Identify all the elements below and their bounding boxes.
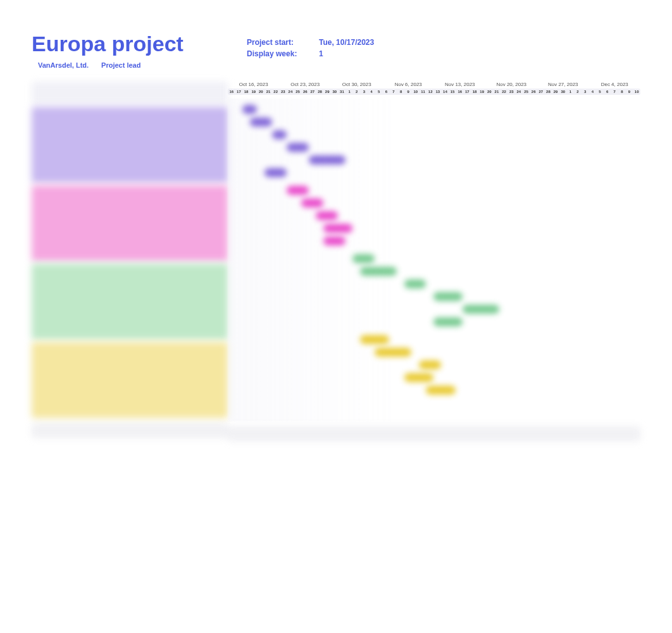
gantt-bar[interactable] (301, 199, 323, 207)
week-header-cell: Nov 6, 2023 (383, 82, 435, 87)
gantt-bar[interactable] (404, 280, 426, 288)
project-start-value: Tue, 10/17/2023 (319, 38, 374, 47)
gantt-bar[interactable] (323, 237, 345, 245)
day-header-cell: 29 (552, 90, 559, 94)
day-header-cell: 15 (449, 90, 456, 94)
day-header-cell: 18 (242, 90, 250, 94)
day-header-cell: 6 (383, 90, 390, 94)
project-start-label: Project start: (247, 38, 304, 47)
day-header-cell: 16 (456, 90, 464, 94)
day-header-cell: 24 (515, 90, 523, 94)
day-header-cell: 10 (633, 90, 640, 94)
day-header-cell: 8 (618, 90, 626, 94)
gantt-bar[interactable] (272, 130, 287, 139)
day-header-cell: 27 (537, 90, 545, 94)
gantt-chart: Oct 16, 2023Oct 23, 2023Oct 30, 2023Nov … (32, 82, 640, 441)
day-header-cell: 4 (368, 90, 375, 94)
day-header-cell: 27 (309, 90, 316, 94)
gantt-bar[interactable] (426, 386, 455, 395)
day-header-cell: 20 (486, 90, 494, 94)
gantt-bar[interactable] (287, 143, 309, 152)
gantt-bar[interactable] (433, 292, 463, 301)
day-header-cell: 30 (331, 90, 339, 94)
day-header-cell: 9 (626, 90, 633, 94)
gantt-bar[interactable] (242, 105, 257, 114)
display-week-label: Display week: (247, 49, 304, 58)
week-header-cell: Nov 27, 2023 (537, 82, 589, 87)
meta-block: Project start: Tue, 10/17/2023 Display w… (247, 32, 640, 61)
title-block: Europa project VanArsdel, Ltd. Project l… (32, 32, 221, 69)
phase-block-2 (32, 185, 228, 261)
day-header-cell: 22 (272, 90, 280, 94)
timeline-footer (228, 426, 640, 441)
header: Europa project VanArsdel, Ltd. Project l… (32, 32, 640, 69)
timeline-panel: Oct 16, 2023Oct 23, 2023Oct 30, 2023Nov … (228, 82, 640, 441)
day-header-cell: 17 (464, 90, 471, 94)
display-week-value[interactable]: 1 (319, 49, 323, 58)
day-header-cell: 22 (501, 90, 508, 94)
gantt-bar[interactable] (309, 156, 345, 164)
task-list-footer (32, 423, 228, 438)
gantt-bar[interactable] (375, 348, 411, 357)
day-header-cell: 7 (390, 90, 397, 94)
day-header-cell: 16 (228, 90, 235, 94)
phase-block-1 (32, 107, 228, 183)
day-header-cell: 13 (434, 90, 442, 94)
gantt-bar[interactable] (250, 118, 272, 126)
day-header-cell: 30 (559, 90, 567, 94)
day-header-cell: 4 (589, 90, 597, 94)
project-title: Europa project (32, 32, 221, 56)
day-header-cell: 26 (301, 90, 309, 94)
week-header-cell: Nov 13, 2023 (434, 82, 486, 87)
day-header-cell: 25 (523, 90, 530, 94)
gantt-bar[interactable] (360, 267, 397, 276)
gantt-bar[interactable] (360, 335, 389, 344)
day-header-cell: 6 (604, 90, 611, 94)
day-header-cell: 5 (596, 90, 604, 94)
task-list-panel (32, 82, 228, 441)
day-header-cell: 2 (353, 90, 361, 94)
gantt-bar[interactable] (287, 186, 309, 195)
week-header-cell: Oct 30, 2023 (331, 82, 383, 87)
gantt-bar[interactable] (316, 211, 338, 220)
day-header-cell: 26 (530, 90, 537, 94)
day-header-cell: 19 (250, 90, 258, 94)
gantt-bar[interactable] (264, 168, 287, 177)
day-header-cell: 1 (567, 90, 575, 94)
day-header-cell: 24 (287, 90, 294, 94)
day-header-cell: 28 (545, 90, 552, 94)
gantt-bar[interactable] (352, 254, 375, 263)
week-header-cell: Dec 4, 2023 (589, 82, 641, 87)
day-header-cell: 1 (345, 90, 353, 94)
meta-row-week: Display week: 1 (247, 49, 640, 58)
day-header-cell: 12 (426, 90, 434, 94)
day-header-cell: 20 (258, 90, 265, 94)
gantt-bar[interactable] (419, 360, 441, 369)
day-header-cell: 3 (582, 90, 589, 94)
task-list-header (32, 82, 228, 104)
day-header-row: 1617181920212223242526272829303112345678… (228, 89, 640, 95)
day-header-cell: 21 (493, 90, 501, 94)
day-header-cell: 8 (397, 90, 405, 94)
day-header-cell: 31 (339, 90, 346, 94)
day-header-cell: 9 (404, 90, 412, 94)
day-header-cell: 10 (412, 90, 420, 94)
day-header-cell: 7 (611, 90, 618, 94)
day-header-cell: 28 (316, 90, 324, 94)
day-header-cell: 14 (442, 90, 449, 94)
gantt-bar[interactable] (463, 305, 499, 314)
day-header-cell: 23 (507, 90, 515, 94)
day-header-cell: 5 (375, 90, 383, 94)
meta-row-start: Project start: Tue, 10/17/2023 (247, 38, 640, 47)
gantt-bar[interactable] (433, 317, 463, 326)
gantt-bar[interactable] (404, 373, 433, 382)
gantt-bar-area (228, 99, 640, 421)
day-header-cell: 3 (361, 90, 368, 94)
subtitle-row: VanArsdel, Ltd. Project lead (32, 61, 221, 69)
day-header-cell: 25 (294, 90, 302, 94)
gantt-bar[interactable] (323, 224, 352, 233)
day-header-cell: 19 (478, 90, 486, 94)
day-header-cell: 2 (574, 90, 582, 94)
phase-block-4 (32, 342, 228, 418)
day-header-cell: 18 (471, 90, 478, 94)
